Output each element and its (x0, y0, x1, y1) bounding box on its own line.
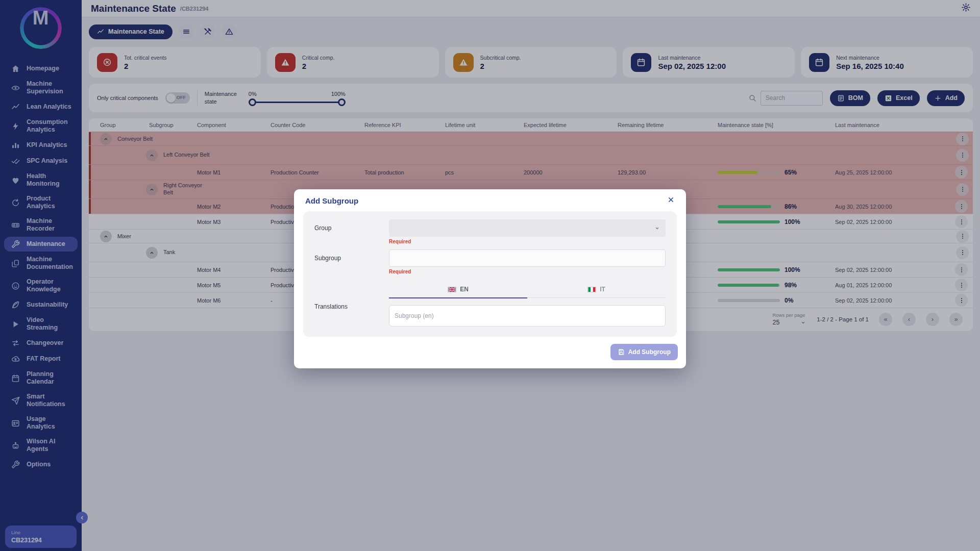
modal-close-button[interactable] (667, 196, 675, 206)
italy-flag-icon (587, 287, 596, 292)
subgroup-input[interactable] (389, 249, 666, 267)
group-select[interactable] (389, 219, 666, 237)
translation-en-input[interactable] (389, 305, 666, 327)
save-icon (618, 348, 625, 356)
tab-it-label: IT (600, 286, 605, 293)
group-field-label: Group (314, 219, 389, 249)
modal-title: Add Subgroup (305, 196, 358, 205)
tab-it[interactable]: IT (527, 286, 666, 297)
add-subgroup-submit-button[interactable]: Add Subgroup (610, 344, 678, 360)
close-icon (667, 196, 675, 204)
add-subgroup-modal: Add Subgroup Group Required Subgroup Req… (294, 189, 686, 368)
chevron-down-icon (654, 225, 660, 232)
subgroup-required-message: Required (389, 269, 666, 274)
translations-field-label: Translations (314, 280, 389, 327)
translation-tabs: EN IT (389, 286, 666, 298)
group-required-message: Required (389, 239, 666, 244)
tab-en[interactable]: EN (389, 286, 527, 297)
tab-en-label: EN (460, 286, 469, 293)
submit-button-label: Add Subgroup (628, 348, 671, 356)
subgroup-field-label: Subgroup (314, 249, 389, 280)
uk-flag-icon (448, 287, 456, 292)
